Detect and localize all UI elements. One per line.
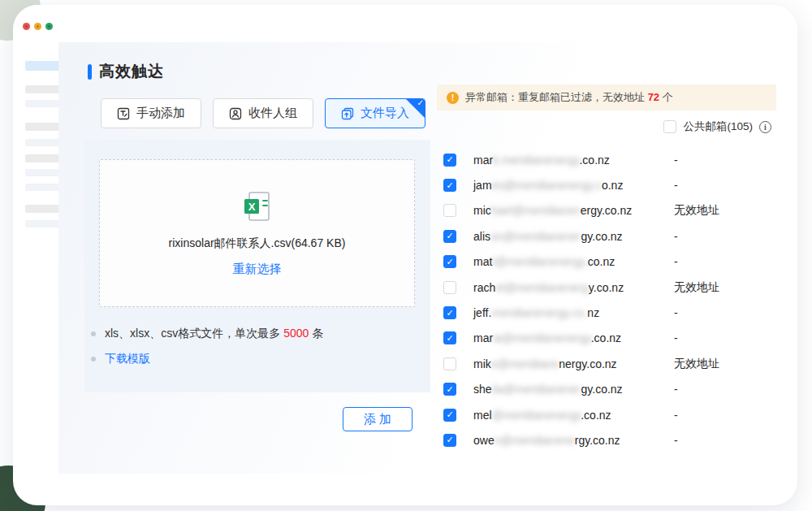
selected-check-icon: ✓ — [417, 98, 424, 107]
email-masked-segment: e@meridiane — [491, 357, 559, 370]
email-address: mel@meridianenergy.co.nz — [473, 409, 611, 422]
invalid-count: 72 — [648, 91, 659, 103]
email-status: 无效地址 — [674, 280, 719, 295]
email-address: jeff.meridianenergy.co.nz — [473, 306, 599, 319]
email-address: rachel@meridianenergy.co.nz — [473, 281, 624, 294]
email-row: ✓maria@meridianenergy.co.nz- — [438, 326, 796, 351]
email-masked-segment: ia@meridianenergy — [493, 331, 591, 344]
template-hint: 下载模版 — [91, 352, 150, 366]
email-address: alison@meridianenergy.co.nz — [473, 230, 623, 243]
tab-label: 收件人组 — [248, 106, 297, 121]
email-checkbox[interactable]: ✓ — [443, 434, 456, 447]
banner-text: 异常邮箱：重复邮箱已过滤，无效地址 72 个 — [465, 90, 673, 105]
bullet-dot-icon — [91, 357, 96, 362]
email-address: owen@meridianenergy.co.nz — [473, 434, 620, 447]
email-status: 无效地址 — [674, 203, 719, 218]
minimize-window-icon[interactable] — [34, 23, 41, 30]
email-checkbox[interactable] — [443, 281, 456, 294]
format-hint-text: xls、xlsx、csv格式文件，单次最多 5000 条 — [105, 327, 323, 341]
email-address: mike@meridianenergy.co.nz — [473, 357, 617, 370]
info-icon[interactable]: i — [759, 121, 771, 133]
email-row: ✓matt@meridianenergy.co.nz- — [438, 249, 796, 275]
email-row: mike@meridianenergy.co.nz无效地址 — [438, 351, 796, 376]
download-template-link[interactable]: 下载模版 — [105, 352, 150, 366]
file-dropzone[interactable]: X rixinsolar邮件联系人.csv(64.67 KB) 重新选择 — [99, 159, 415, 307]
email-row: michael@meridianenergy.co.nz无效地址 — [438, 198, 796, 223]
abnormal-mailbox-banner: ! 异常邮箱：重复邮箱已过滤，无效地址 72 个 — [437, 84, 776, 110]
format-hint: xls、xlsx、csv格式文件，单次最多 5000 条 — [91, 327, 323, 341]
recipient-group-icon — [229, 107, 242, 120]
email-address: james@meridianenergy.co.nz — [473, 179, 623, 192]
warning-icon: ! — [447, 92, 459, 104]
email-checkbox[interactable]: ✓ — [443, 409, 456, 422]
email-row: ✓mel@meridianenergy.co.nz- — [438, 402, 796, 427]
email-row: ✓jeff.meridianenergy.co.nz- — [438, 300, 796, 325]
tab-label: 文件导入 — [361, 106, 409, 121]
email-status: - — [674, 230, 678, 243]
email-row: ✓james@meridianenergy.co.nz- — [438, 172, 796, 197]
email-masked-segment: meridianenergy.co. — [491, 306, 587, 319]
svg-text:X: X — [248, 201, 255, 213]
email-status: - — [674, 179, 678, 192]
tab-file-import[interactable]: 文件导入 ✓ — [325, 98, 425, 128]
email-address: matt@meridianenergy.co.nz — [473, 255, 615, 268]
email-checkbox[interactable]: ✓ — [443, 230, 456, 243]
zoom-window-icon[interactable] — [45, 23, 53, 30]
email-address: michael@meridianenergy.co.nz — [473, 204, 632, 217]
email-checkbox[interactable]: ✓ — [443, 331, 456, 344]
email-row: ✓sheila@meridianenergy.co.nz- — [438, 377, 796, 402]
email-status: - — [674, 434, 678, 447]
email-address: mark.meridianenergy.co.nz — [473, 154, 610, 167]
email-status: - — [674, 383, 678, 396]
add-button[interactable]: 添 加 — [343, 407, 412, 431]
file-import-icon — [341, 107, 354, 120]
email-checkbox[interactable]: ✓ — [443, 154, 456, 167]
page-title: 高效触达 — [99, 61, 164, 82]
uploaded-file-name: rixinsolar邮件联系人.csv(64.67 KB) — [169, 236, 346, 251]
email-checkbox[interactable] — [443, 204, 456, 217]
email-list: ✓mark.meridianenergy.co.nz-✓james@meridi… — [438, 147, 796, 453]
email-checkbox[interactable]: ✓ — [443, 306, 456, 319]
email-row: rachel@meridianenergy.co.nz无效地址 — [438, 275, 796, 300]
bullet-dot-icon — [91, 331, 96, 336]
email-row: ✓mark.meridianenergy.co.nz- — [438, 147, 796, 172]
email-checkbox[interactable]: ✓ — [443, 255, 456, 268]
close-window-icon[interactable] — [23, 23, 30, 30]
tab-manual-add[interactable]: 手动添加 — [101, 98, 201, 128]
email-status: - — [674, 154, 678, 167]
email-masked-segment: t@meridianenergy. — [492, 255, 587, 268]
email-masked-segment: ila@meridianener — [492, 383, 581, 396]
import-mode-tabs: 手动添加 收件人组 文件导入 ✓ — [101, 98, 425, 128]
email-masked-segment: el@meridianenerg — [495, 281, 589, 294]
email-masked-segment: on@meridianener — [490, 230, 581, 243]
title-accent-bar — [88, 64, 92, 80]
email-status: - — [674, 255, 678, 268]
email-row: ✓owen@meridianenergy.co.nz- — [438, 427, 796, 453]
email-masked-segment: n@meridianene — [495, 434, 575, 447]
public-mailbox-checkbox[interactable] — [663, 120, 676, 133]
reselect-file-link[interactable]: 重新选择 — [233, 262, 282, 277]
email-address: sheila@meridianenergy.co.nz — [473, 383, 623, 396]
email-masked-segment: @meridianenergy — [492, 409, 581, 422]
email-row: ✓alison@meridianenergy.co.nz- — [438, 223, 796, 249]
email-checkbox[interactable] — [443, 357, 456, 370]
email-status: - — [674, 331, 678, 344]
email-status: - — [674, 306, 678, 319]
public-mailbox-label: 公共邮箱(105) — [683, 119, 753, 134]
excel-file-icon: X — [239, 190, 276, 226]
email-masked-segment: k.meridianenergy — [493, 154, 579, 167]
window-controls — [23, 23, 53, 30]
page-title-row: 高效触达 — [88, 61, 164, 82]
email-status: 无效地址 — [674, 357, 719, 371]
email-masked-segment: es@meridianenergy.c — [492, 179, 602, 192]
sidebar-skeleton — [0, 42, 58, 474]
email-status: - — [674, 409, 678, 422]
tab-recipient-group[interactable]: 收件人组 — [213, 98, 313, 128]
email-address: maria@meridianenergy.co.nz — [473, 331, 621, 344]
email-checkbox[interactable]: ✓ — [443, 383, 456, 396]
upload-panel: X rixinsolar邮件联系人.csv(64.67 KB) 重新选择 xls… — [84, 140, 430, 392]
manual-add-icon — [117, 107, 130, 120]
email-checkbox[interactable]: ✓ — [443, 179, 456, 192]
tab-label: 手动添加 — [136, 106, 185, 121]
max-count: 5000 — [283, 327, 309, 340]
